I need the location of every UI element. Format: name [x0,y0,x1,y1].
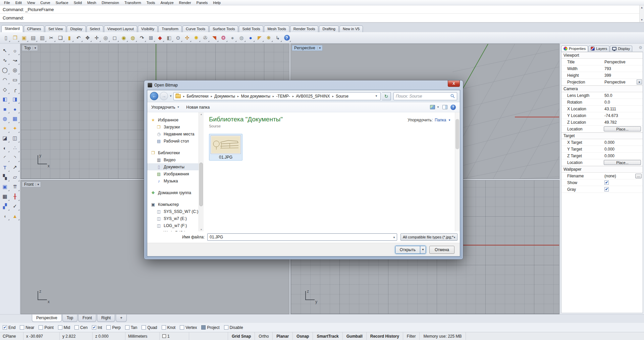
menu-item[interactable]: Curve [38,0,53,5]
dialog-title-bar[interactable]: Open Bitmap [144,80,463,90]
folder-tree-item[interactable]: ▨ Изображения [147,170,199,177]
property-value[interactable]: 0.000 [604,147,643,152]
property-value[interactable]: 49.782 [604,120,643,125]
preview-pane-button[interactable] [442,105,447,109]
chevron-down-icon[interactable]: ▼ [317,47,322,50]
palette-tool-button[interactable]: ▱ [11,173,19,181]
status-toggle[interactable]: Filter [403,332,420,340]
palette-tool-button[interactable]: ↖ [1,46,9,55]
toolbar-button[interactable]: ↶ [74,34,83,42]
osnap-toggle[interactable]: Tan [125,325,137,330]
palette-tool-button[interactable]: ∴ [11,144,19,152]
status-toggle[interactable]: Record History [367,332,403,340]
breadcrumb-dropdown-icon[interactable]: ▼ [374,95,379,98]
toolbar-button[interactable]: ⊞ [147,34,155,42]
toolbar-tab[interactable]: Render Tools [290,25,319,32]
menu-item[interactable]: Solid [71,0,85,5]
palette-tool-button[interactable]: ◫ [11,134,19,143]
dropdown-button[interactable]: ▼ [637,79,642,84]
status-toggle[interactable]: SmartTrack [313,332,342,340]
osnap-toggle[interactable]: Quad [142,325,157,330]
palette-tool-button[interactable]: ▲ [11,212,19,220]
property-value[interactable]: 0.000 [604,140,643,145]
folder-tree-item[interactable]: ▣ Компьютер [147,201,199,208]
content-scrollbar[interactable] [455,112,460,231]
viewport-tab[interactable]: Top [62,315,77,322]
browse-button[interactable]: ... [635,174,642,178]
menu-item[interactable]: Tools [144,0,158,5]
folder-tree-item[interactable]: ◫ SYS_SSD_W7 (C:) [147,208,199,215]
tab-properties[interactable]: Properties [561,46,588,52]
cancel-button[interactable]: Отмена [429,246,454,254]
toolbar-button[interactable]: ▮ [65,34,74,42]
search-input[interactable]: Поиск: Sourse [393,92,457,100]
toolbar-tab[interactable]: CPlanes [24,25,45,32]
viewport-perspective-label[interactable]: Perspective ▼ [292,45,323,51]
palette-tool-button[interactable]: ▭ [11,75,19,84]
folder-tree-item[interactable]: ▯ Документы [147,163,199,170]
close-button[interactable]: X [448,80,460,87]
toolbar-button[interactable]: ❂ [219,34,228,42]
menu-item[interactable]: Analyze [158,0,176,5]
checkbox[interactable] [142,325,146,330]
tab-layers[interactable]: Layers [588,46,609,52]
property-value[interactable]: 43.111 [604,107,643,111]
osnap-toggle[interactable]: Cen [74,325,88,330]
palette-tool-button[interactable]: ↗ [11,163,19,172]
toolbar-tab[interactable]: Select [87,25,104,32]
palette-tool-button[interactable]: ● [11,105,19,113]
checkbox[interactable] [604,180,609,185]
menu-item[interactable]: View [24,0,38,5]
toolbar-tab[interactable]: Set View [45,25,66,32]
scroll-up-icon[interactable]: ▲ [200,113,203,115]
toolbar-button[interactable]: ? [282,34,291,42]
toolbar-button[interactable]: ❐ [11,34,19,42]
command-history-line[interactable]: Command: _PictureFrame [0,5,644,14]
toolbar-button[interactable]: ◥ [210,34,219,42]
menu-item[interactable]: Mesh [85,0,99,5]
palette-tool-button[interactable]: ◯ [1,66,9,74]
osnap-toggle[interactable]: Near [20,325,34,330]
toolbar-tab[interactable]: New in V5 [339,25,363,32]
chevron-down-icon[interactable]: ▼ [453,236,456,239]
toolbar-button[interactable]: ⊙ [174,34,182,42]
status-toggle[interactable]: Grid Snap [228,332,255,340]
toolbar-button[interactable]: ✺ [192,34,201,42]
toolbar-button[interactable]: ◎ [101,34,110,42]
palette-tool-button[interactable]: ◝ [11,153,19,162]
chevron-down-icon[interactable]: ▼ [33,47,38,50]
menu-item[interactable]: File [1,0,13,5]
palette-tool-button[interactable]: ◠ [1,75,9,84]
filetype-select[interactable]: All compatible file types (*.jpg;* ▼ [400,233,458,241]
property-value[interactable]: Perspective [604,60,643,64]
toolbar-button[interactable]: ✥ [83,34,92,42]
palette-tool-button[interactable]: ▣ [1,182,9,191]
toolbar-tab[interactable]: Solid Tools [239,25,263,32]
palette-tool-button[interactable]: ◐ [1,144,9,152]
toolbar-button[interactable]: ▥ [38,34,47,42]
checkbox[interactable] [224,325,228,330]
osnap-toggle[interactable]: End [3,325,15,330]
palette-tool-button[interactable]: ▦ [1,192,9,201]
palette-tool-button[interactable]: ∿ [1,56,9,65]
palette-tool-button[interactable]: ◇ [1,85,9,94]
osnap-toggle[interactable]: Disable [224,325,243,330]
status-toggle[interactable]: Ortho [255,332,273,340]
chevron-down-icon[interactable]: ▼ [448,119,451,122]
checkbox[interactable] [162,325,166,330]
menu-item[interactable]: Render [176,0,194,5]
help-button[interactable]: ? [450,105,456,110]
palette-tool-button[interactable]: ○ [11,46,19,55]
menu-item[interactable]: Panels [194,0,211,5]
palette-tool-button[interactable]: ▞ [1,202,9,211]
breadcrumb-item[interactable]: Мои документы [236,94,271,99]
property-value[interactable]: 50.0 [604,93,643,98]
toolbar-button[interactable]: ● [228,34,237,42]
toolbar-button[interactable]: ❏ [56,34,65,42]
folder-tree-item[interactable]: ♪ Музыка [147,177,199,184]
place-button[interactable]: Place... [604,126,641,131]
toolbar-tab[interactable]: Curve Tools [182,25,209,32]
scroll-down-icon[interactable]: ▼ [200,228,203,231]
menu-item[interactable]: Transform [122,0,144,5]
toolbar-button[interactable]: ✇ [201,34,210,42]
